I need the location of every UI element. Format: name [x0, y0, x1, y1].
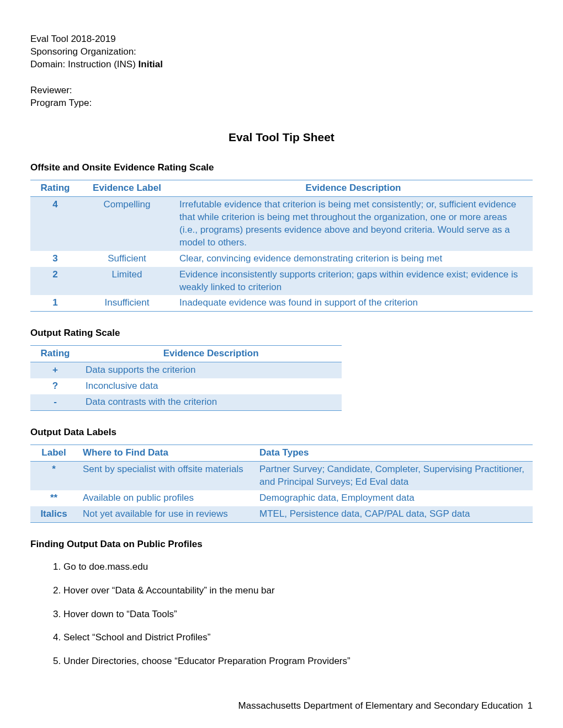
cell-desc: Inadequate evidence was found in support… — [174, 295, 533, 311]
evidence-rating-table: Rating Evidence Label Evidence Descripti… — [30, 180, 533, 312]
cell-types: Partner Survey; Candidate, Completer, Su… — [254, 461, 533, 490]
cell-rating: - — [30, 394, 80, 410]
cell-label: ** — [30, 490, 77, 506]
section4-heading: Finding Output Data on Public Profiles — [30, 538, 533, 551]
footer-page: 1 — [528, 700, 533, 711]
list-item: Hover over “Data & Accountability” in th… — [63, 585, 533, 597]
cell-rating: + — [30, 362, 80, 378]
page-footer: Massachusetts Department of Elementary a… — [238, 700, 533, 713]
list-item: Select “School and District Profiles” — [63, 631, 533, 644]
cell-label: Compelling — [80, 196, 174, 250]
cell-label: Insufficient — [80, 295, 174, 311]
header-line-4: Reviewer: — [30, 84, 533, 97]
cell-rating: 3 — [30, 251, 80, 267]
doc-header-2: Reviewer: Program Type: — [30, 84, 533, 110]
table-row: 3 Sufficient Clear, convincing evidence … — [30, 251, 533, 267]
output-rating-table: Rating Evidence Description + Data suppo… — [30, 345, 342, 411]
cell-rating: 1 — [30, 295, 80, 311]
table-row: 4 Compelling Irrefutable evidence that c… — [30, 196, 533, 250]
cell-label: * — [30, 461, 77, 490]
section2-heading: Output Rating Scale — [30, 327, 533, 340]
table-row: Italics Not yet available for use in rev… — [30, 506, 533, 522]
header-line-3-plain: Domain: Instruction (INS) — [30, 59, 139, 69]
cell-rating: 2 — [30, 267, 80, 296]
output-data-labels-table: Label Where to Find Data Data Types * Se… — [30, 445, 533, 523]
list-item: Go to doe.mass.edu — [63, 561, 533, 574]
cell-types: MTEL, Persistence data, CAP/PAL data, SG… — [254, 506, 533, 522]
header-line-1: Eval Tool 2018-2019 — [30, 33, 533, 46]
header-line-3-bold: Initial — [139, 59, 163, 69]
cell-desc: Data supports the criterion — [80, 362, 342, 378]
cell-rating: 4 — [30, 196, 80, 250]
doc-header: Eval Tool 2018-2019 Sponsoring Organizat… — [30, 33, 533, 71]
table-row: ? Inconclusive data — [30, 378, 342, 394]
header-line-3: Domain: Instruction (INS) Initial — [30, 58, 533, 71]
header-line-2: Sponsoring Organization: — [30, 46, 533, 58]
cell-where: Not yet available for use in reviews — [77, 506, 254, 522]
cell-label: Sufficient — [80, 251, 174, 267]
col-evidence-desc: Evidence Description — [80, 346, 342, 362]
table-row: 1 Insufficient Inadequate evidence was f… — [30, 295, 533, 311]
table-row: + Data supports the criterion — [30, 362, 342, 378]
cell-where: Available on public profiles — [77, 490, 254, 506]
table-row: * Sent by specialist with offsite materi… — [30, 461, 533, 490]
col-rating: Rating — [30, 180, 80, 196]
col-types: Data Types — [254, 445, 533, 462]
col-evidence-desc: Evidence Description — [174, 180, 533, 196]
cell-rating: ? — [30, 378, 80, 394]
page-title: Eval Tool Tip Sheet — [30, 130, 533, 145]
section3-heading: Output Data Labels — [30, 426, 533, 439]
list-item: Hover down to “Data Tools” — [63, 608, 533, 621]
steps-list: Go to doe.mass.edu Hover over “Data & Ac… — [63, 561, 533, 668]
cell-desc: Evidence inconsistently supports criteri… — [174, 267, 533, 296]
col-rating: Rating — [30, 346, 80, 362]
footer-org: Massachusetts Department of Elementary a… — [238, 700, 523, 711]
cell-label: Italics — [30, 506, 77, 522]
table-row: - Data contrasts with the criterion — [30, 394, 342, 410]
cell-desc: Inconclusive data — [80, 378, 342, 394]
table-row: ** Available on public profiles Demograp… — [30, 490, 533, 506]
list-item: Under Directories, choose “Educator Prep… — [63, 655, 533, 668]
cell-label: Limited — [80, 267, 174, 296]
header-line-5: Program Type: — [30, 97, 533, 110]
col-evidence-label: Evidence Label — [80, 180, 174, 196]
col-where: Where to Find Data — [77, 445, 254, 462]
table-row: 2 Limited Evidence inconsistently suppor… — [30, 267, 533, 296]
cell-where: Sent by specialist with offsite material… — [77, 461, 254, 490]
cell-desc: Clear, convincing evidence demonstrating… — [174, 251, 533, 267]
section1-heading: Offsite and Onsite Evidence Rating Scale — [30, 162, 533, 174]
cell-desc: Irrefutable evidence that criterion is b… — [174, 196, 533, 250]
col-label: Label — [30, 445, 77, 462]
cell-types: Demographic data, Employment data — [254, 490, 533, 506]
cell-desc: Data contrasts with the criterion — [80, 394, 342, 410]
